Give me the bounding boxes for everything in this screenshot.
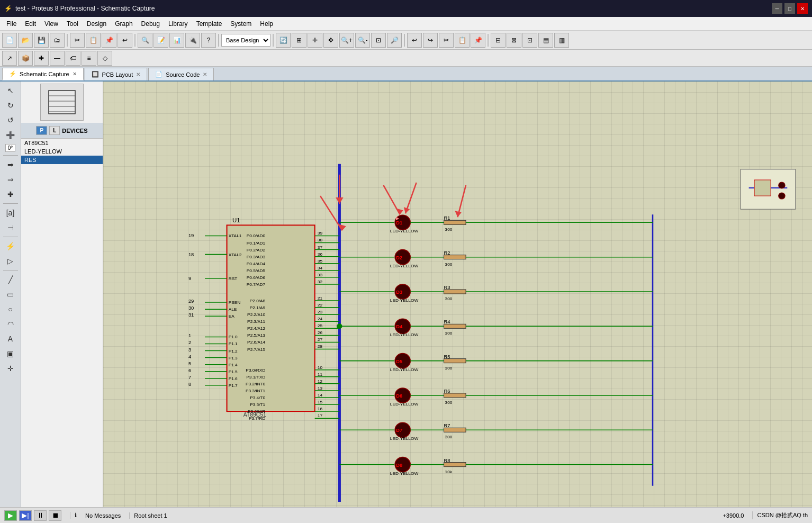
rotate-cw-tool[interactable]: ↻ [3, 98, 19, 112]
zoom-area-button[interactable]: 🔎 [387, 33, 402, 48]
component-list: AT89C51 LED-YELLOW RES [21, 139, 103, 507]
copy2-button[interactable]: 📋 [455, 33, 470, 48]
mode-bus-button[interactable]: ≡ [82, 51, 96, 66]
svg-text:XTAL2: XTAL2 [229, 253, 242, 257]
netlist-button[interactable]: 🔌 [185, 33, 200, 48]
add-pin-tool[interactable]: ✛ [3, 362, 19, 375]
play-button[interactable]: ▶ [4, 510, 17, 521]
bom-button[interactable]: 📊 [169, 33, 184, 48]
mode-label-button[interactable]: 🏷 [66, 51, 80, 66]
align5-button[interactable]: ▥ [554, 33, 569, 48]
build-info: CSDN @拾贰AQ th [752, 511, 808, 519]
tab-source[interactable]: 📄 Source Code ✕ [148, 68, 214, 80]
undo-button[interactable]: ↩ [118, 33, 132, 48]
save-button[interactable]: 💾 [34, 33, 49, 48]
align4-button[interactable]: ▤ [538, 33, 553, 48]
lt-separator-2 [3, 203, 18, 204]
svg-text:P2.3/A11: P2.3/A11 [247, 319, 266, 324]
svg-rect-195 [444, 463, 466, 467]
refresh-button[interactable]: 🔄 [276, 33, 291, 48]
select-tool[interactable]: ↖ [3, 84, 19, 97]
svg-rect-211 [754, 180, 771, 196]
prop-button[interactable]: 📝 [154, 33, 168, 48]
align-button[interactable]: ⊟ [491, 33, 506, 48]
paste2-button[interactable]: 📌 [471, 33, 485, 48]
canvas-area[interactable]: U1 19 XTAL1 18 XTAL2 9 RST 29 PSEN 30 AL… [103, 82, 812, 507]
menu-help[interactable]: Help [256, 19, 277, 29]
grid-button[interactable]: ⊞ [292, 33, 306, 48]
mode-port-button[interactable]: ◇ [97, 51, 112, 66]
draw-line-tool[interactable]: ╱ [3, 273, 19, 286]
sidebar-p-btn[interactable]: P [36, 126, 47, 135]
zoom-in2-button[interactable]: 🔍+ [339, 33, 354, 48]
menu-debug[interactable]: Debug [137, 19, 164, 29]
minimize-button[interactable]: ─ [772, 3, 782, 14]
svg-text:300: 300 [445, 366, 453, 371]
menu-tool[interactable]: Tool [62, 19, 83, 29]
menu-system[interactable]: System [226, 19, 256, 29]
menu-view[interactable]: View [40, 19, 62, 29]
pause-button[interactable]: ⏸ [34, 510, 47, 521]
cut2-button[interactable]: ✂ [439, 33, 454, 48]
tab-pcb-close[interactable]: ✕ [136, 71, 140, 77]
junction-tool[interactable]: ✚ [3, 187, 19, 201]
copy-button[interactable]: 📋 [86, 33, 101, 48]
wire-tool[interactable]: ➡ [3, 158, 19, 172]
crosshair-button[interactable]: ✛ [308, 33, 322, 48]
svg-text:P1.3: P1.3 [229, 356, 238, 360]
design-select[interactable]: Base Design [221, 34, 270, 47]
draw-arc-tool[interactable]: ◠ [3, 317, 19, 331]
align2-button[interactable]: ⊠ [507, 33, 521, 48]
maximize-button[interactable]: □ [784, 3, 795, 14]
component-preview [40, 84, 84, 121]
paste-button[interactable]: 📌 [102, 33, 116, 48]
comp-led-yellow[interactable]: LED-YELLOW [21, 147, 103, 156]
svg-text:R2: R2 [444, 250, 450, 256]
menu-graph[interactable]: Graph [111, 19, 137, 29]
svg-text:P2.1/A9: P2.1/A9 [250, 305, 266, 310]
mode-component-button[interactable]: 📦 [18, 51, 33, 66]
align3-button[interactable]: ⊡ [522, 33, 537, 48]
tab-source-close[interactable]: ✕ [203, 71, 207, 77]
sidebar-l-btn[interactable]: L [49, 126, 60, 135]
power-tool[interactable]: ⚡ [3, 239, 19, 253]
zoom-in-button[interactable]: 🔍 [138, 33, 152, 48]
menu-template[interactable]: Template [192, 19, 227, 29]
menu-library[interactable]: Library [164, 19, 192, 29]
draw-rect-tool[interactable]: ▭ [3, 287, 19, 301]
cut-button[interactable]: ✂ [70, 33, 85, 48]
menu-file[interactable]: File [2, 19, 21, 29]
save-all-button[interactable]: 🗂 [50, 33, 65, 48]
mode-wire-button[interactable]: — [50, 51, 65, 66]
svg-text:P3.3/INT1: P3.3/INT1 [246, 389, 266, 393]
menu-edit[interactable]: Edit [21, 19, 40, 29]
comp-at89c51[interactable]: AT89C51 [21, 139, 103, 147]
menu-design[interactable]: Design [83, 19, 111, 29]
bus-tool[interactable]: ⇒ [3, 173, 19, 186]
zoom-fit-button[interactable]: ⊡ [371, 33, 386, 48]
tab-schematic-close[interactable]: ✕ [73, 71, 77, 77]
close-button[interactable]: ✕ [797, 3, 808, 14]
tab-schematic[interactable]: ⚡ Schematic Capture ✕ [2, 68, 84, 80]
port-tool[interactable]: ▷ [3, 254, 19, 268]
draw-text-tool[interactable]: A [3, 332, 19, 346]
draw-circle-tool[interactable]: ○ [3, 302, 19, 316]
redo-button[interactable]: ↪ [423, 33, 438, 48]
pan-button[interactable]: ✥ [323, 33, 338, 48]
step-button[interactable]: ▶| [19, 510, 32, 521]
tab-pcb[interactable]: 🔲 PCB Layout ✕ [85, 68, 148, 80]
help-button[interactable]: ? [201, 33, 216, 48]
rotate-ccw-tool[interactable]: ↺ [3, 113, 19, 127]
open-button[interactable]: 📂 [18, 33, 33, 48]
label-tool[interactable]: [a] [3, 206, 19, 220]
mode-select-button[interactable]: ↗ [2, 51, 17, 66]
mode-junction-button[interactable]: ✚ [34, 51, 49, 66]
component-tool[interactable]: ➕ [3, 128, 19, 142]
zoom-out-button[interactable]: 🔍- [355, 33, 370, 48]
new-button[interactable]: 📄 [2, 33, 17, 48]
stop-button[interactable]: ⏹ [49, 510, 61, 521]
draw-symbol-tool[interactable]: ▣ [3, 347, 19, 360]
bus-entry-tool[interactable]: ⊣ [3, 221, 19, 235]
undo2-button[interactable]: ↩ [407, 33, 422, 48]
comp-res[interactable]: RES [21, 156, 103, 164]
